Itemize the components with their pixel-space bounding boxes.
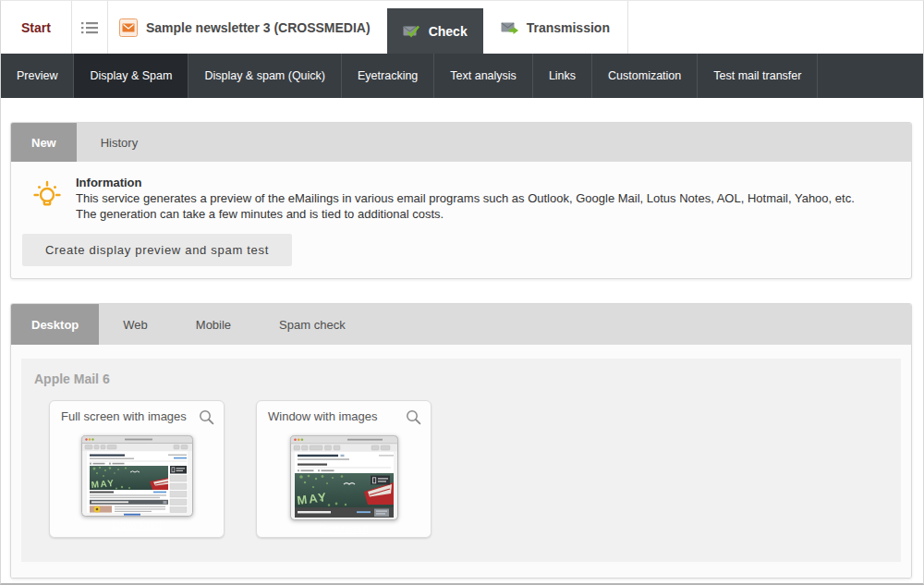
preview-card-title: Window with images: [268, 409, 378, 423]
download-link[interactable]: Download: [257, 522, 431, 535]
tab-desktop[interactable]: Desktop: [11, 304, 99, 345]
application-window: Start Sample newsletter 3 (CROSSMEDIA: [0, 0, 924, 585]
top-bar: Start Sample newsletter 3 (CROSSMEDIA: [1, 1, 923, 54]
tab-new[interactable]: New: [11, 123, 77, 162]
envelope-icon: [119, 18, 138, 37]
transmission-label: Transmission: [527, 20, 610, 35]
preview-cards-row: Full screen with images: [21, 390, 901, 562]
nav-tab-test-mail-transfer[interactable]: Test mail transfer: [698, 54, 818, 98]
information-title: Information: [76, 175, 869, 190]
envelope-forward-icon: [501, 20, 519, 35]
information-box: Information This service generates a pre…: [18, 175, 893, 222]
tab-web[interactable]: Web: [99, 304, 172, 345]
lightbulb-icon: [18, 175, 76, 222]
tab-mobile[interactable]: Mobile: [172, 304, 255, 345]
preview-card-window: Window with images: [256, 400, 432, 538]
envelope-check-icon: [403, 24, 421, 39]
preview-panel-body: Information This service generates a pre…: [11, 162, 911, 278]
nav-tab-customization[interactable]: Customization: [592, 54, 698, 98]
nav-tab-links[interactable]: Links: [533, 54, 592, 98]
separator: [627, 1, 628, 54]
newsletter-title: Sample newsletter 3 (CROSSMEDIA): [146, 20, 371, 35]
preview-creation-panel: New History: [10, 122, 912, 279]
create-preview-button[interactable]: Create display preview and spam test: [22, 234, 292, 266]
preview-card-title: Full screen with images: [61, 409, 187, 423]
tab-spam-check[interactable]: Spam check: [255, 304, 370, 345]
tab-transmission[interactable]: Transmission: [483, 1, 627, 54]
nav-tab-eyetracking[interactable]: Eyetracking: [342, 54, 434, 98]
email-fullscreen-thumbnail[interactable]: MAY: [81, 435, 193, 517]
list-icon: [80, 19, 99, 36]
magnifier-icon[interactable]: [406, 409, 421, 425]
results-panel-body: Apple Mail 6 Full screen with images: [11, 345, 911, 578]
client-group-title: Apple Mail 6: [21, 359, 901, 390]
preview-results-panel: Desktop Web Mobile Spam check Apple Mail…: [10, 303, 912, 579]
new-history-tabbar: New History: [11, 123, 911, 162]
email-window-thumbnail[interactable]: MAY: [290, 435, 398, 520]
check-navbar: Preview Display & Spam Display & spam (Q…: [1, 54, 923, 98]
start-link[interactable]: Start: [1, 1, 71, 54]
preview-card-fullscreen: Full screen with images: [49, 400, 225, 538]
tab-check[interactable]: Check: [387, 8, 483, 54]
mailing-list-button[interactable]: [72, 1, 107, 54]
nav-tab-text-analysis[interactable]: Text analysis: [434, 54, 533, 98]
magnifier-icon[interactable]: [199, 409, 214, 425]
device-tabbar: Desktop Web Mobile Spam check: [11, 304, 911, 345]
download-link[interactable]: Download: [50, 518, 224, 531]
client-group-apple-mail-6: Apple Mail 6 Full screen with images: [21, 359, 901, 562]
check-label: Check: [429, 24, 468, 39]
current-newsletter[interactable]: Sample newsletter 3 (CROSSMEDIA): [108, 1, 387, 54]
nav-tab-preview[interactable]: Preview: [1, 54, 74, 98]
information-paragraph: This service generates a preview of the …: [76, 190, 869, 222]
nav-tab-display-spam[interactable]: Display & Spam: [74, 54, 188, 98]
nav-tab-display-spam-quick[interactable]: Display & spam (Quick): [188, 54, 342, 98]
tab-history[interactable]: History: [77, 123, 162, 162]
information-text: Information This service generates a pre…: [76, 175, 869, 222]
thumbnail-hero-text: MAY: [91, 478, 116, 490]
